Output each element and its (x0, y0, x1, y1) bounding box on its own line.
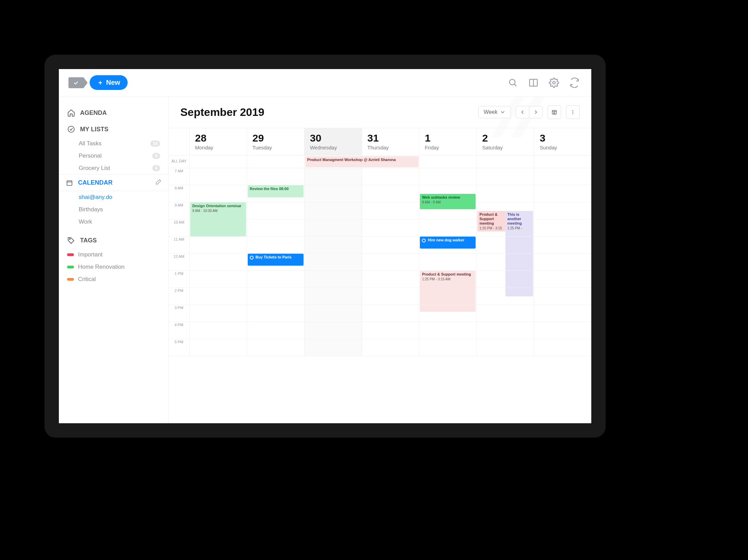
hour-cell[interactable] (189, 237, 247, 254)
hour-cell[interactable] (189, 254, 247, 271)
hour-cell[interactable] (247, 271, 304, 288)
hour-cell[interactable] (189, 288, 247, 305)
sidebar-calendar-item[interactable]: Work (59, 216, 168, 228)
hour-cell[interactable] (304, 305, 362, 322)
hour-cell[interactable] (189, 339, 247, 356)
hour-cell[interactable] (534, 202, 591, 219)
settings-gear-icon[interactable] (547, 76, 561, 90)
hour-cell[interactable] (247, 202, 304, 219)
calendar-event[interactable]: Hire new dog walker (420, 237, 476, 249)
hour-cell[interactable] (362, 322, 419, 339)
hour-cell[interactable]: Review the files 08:00 (247, 185, 304, 202)
day-header[interactable]: 3Sunday (534, 128, 591, 155)
hour-cell[interactable] (304, 288, 362, 305)
sidebar-tag-item[interactable]: Important (59, 249, 168, 261)
view-selector[interactable]: Week (478, 106, 511, 118)
hour-cell[interactable] (419, 305, 476, 322)
hour-cell[interactable] (476, 322, 534, 339)
sidebar-calendar-item[interactable]: shai@any.do (59, 191, 168, 203)
hour-cell[interactable]: Hire new dog walker (419, 237, 476, 254)
hour-cell[interactable]: Product & Support meeting1:25 PM - 3:15 … (419, 271, 476, 288)
hour-cell[interactable] (476, 339, 534, 356)
hour-cell[interactable] (476, 271, 534, 288)
hour-cell[interactable] (362, 237, 419, 254)
hour-cell[interactable] (304, 339, 362, 356)
hour-cell[interactable] (362, 202, 419, 219)
hour-cell[interactable] (304, 237, 362, 254)
sidebar-list-item[interactable]: Grocery List6 (59, 162, 168, 174)
allday-cell[interactable] (476, 156, 534, 168)
hour-cell[interactable] (534, 271, 591, 288)
sidebar-list-item[interactable]: All Tasks14 (59, 137, 168, 150)
day-header[interactable]: 29Tuesday (247, 128, 304, 155)
hour-cell[interactable] (534, 305, 591, 322)
time-grid-scroll[interactable]: 7 AM8 AMReview the files 08:00Web subtas… (169, 168, 591, 423)
hour-cell[interactable] (419, 219, 476, 237)
day-header[interactable]: 30Wednesday (304, 128, 362, 155)
sidebar-mylists[interactable]: MY LISTS (59, 121, 168, 137)
edit-pencil-icon[interactable] (155, 179, 162, 187)
hour-cell[interactable]: Design Orientation seminar9 AM - 10:30 A… (189, 202, 247, 219)
hour-cell[interactable] (419, 288, 476, 305)
hour-cell[interactable] (419, 168, 476, 185)
next-button[interactable] (529, 106, 542, 118)
day-header[interactable]: 1Friday (419, 128, 476, 155)
sidebar-calendar-item[interactable]: Birthdays (59, 203, 168, 216)
sidebar-agenda[interactable]: AGENDA (59, 105, 168, 121)
hour-cell[interactable] (304, 254, 362, 271)
hour-cell[interactable] (362, 219, 419, 237)
hour-cell[interactable] (476, 168, 534, 185)
calendar-event[interactable]: Review the files 08:00 (248, 185, 304, 197)
day-header[interactable]: 28Monday (189, 128, 247, 155)
search-icon[interactable] (506, 76, 520, 90)
hour-cell[interactable]: Web subtasks review8 AM - 9 AM (419, 185, 476, 202)
allday-cell[interactable] (534, 156, 591, 168)
new-button[interactable]: New (90, 75, 128, 90)
hour-cell[interactable] (247, 237, 304, 254)
allday-cell[interactable]: Product Managment Workshop @ Azrieli Sha… (304, 156, 362, 168)
hour-cell[interactable] (304, 202, 362, 219)
sidebar-calendar[interactable]: CALENDAR (59, 174, 168, 191)
allday-cell[interactable] (362, 156, 419, 168)
hour-cell[interactable] (247, 288, 304, 305)
hour-cell[interactable] (419, 254, 476, 271)
hour-cell[interactable] (247, 168, 304, 185)
hour-cell[interactable] (362, 168, 419, 185)
hour-cell[interactable] (304, 185, 362, 202)
hour-cell[interactable] (304, 271, 362, 288)
sidebar-tag-item[interactable]: Critical (59, 273, 168, 285)
hour-cell[interactable] (534, 237, 591, 254)
hour-cell[interactable] (247, 322, 304, 339)
calendar-event[interactable]: Buy Tickets to Paris (248, 254, 304, 266)
hour-cell[interactable] (476, 219, 534, 237)
hour-cell[interactable] (304, 168, 362, 185)
hour-cell[interactable] (534, 219, 591, 237)
hour-cell[interactable] (247, 339, 304, 356)
hour-cell[interactable] (362, 305, 419, 322)
sidebar-list-item[interactable]: Personal9 (59, 150, 168, 162)
hour-cell[interactable] (419, 322, 476, 339)
app-logo-icon[interactable] (68, 77, 83, 88)
hour-cell[interactable] (189, 271, 247, 288)
allday-cell[interactable] (247, 156, 304, 168)
sync-icon[interactable] (567, 76, 582, 90)
hour-cell[interactable] (362, 339, 419, 356)
panels-icon[interactable] (526, 76, 541, 90)
hour-cell[interactable] (362, 254, 419, 271)
prev-button[interactable] (516, 106, 529, 118)
hour-cell[interactable] (419, 202, 476, 219)
hour-cell[interactable] (419, 339, 476, 356)
hour-cell[interactable] (476, 254, 534, 271)
hour-cell[interactable] (534, 168, 591, 185)
more-menu-button[interactable] (566, 105, 580, 119)
hour-cell[interactable] (476, 185, 534, 202)
hour-cell[interactable] (476, 305, 534, 322)
hour-cell[interactable] (304, 322, 362, 339)
sidebar-tag-item[interactable]: Home Renovation (59, 261, 168, 273)
hour-cell[interactable] (534, 322, 591, 339)
hour-cell[interactable] (247, 305, 304, 322)
hour-cell[interactable] (362, 271, 419, 288)
hour-cell[interactable]: Product & Support meeting1:25 PM - 3:15T… (476, 202, 534, 219)
hour-cell[interactable] (189, 168, 247, 185)
hour-cell[interactable]: Buy Tickets to Paris (247, 254, 304, 271)
